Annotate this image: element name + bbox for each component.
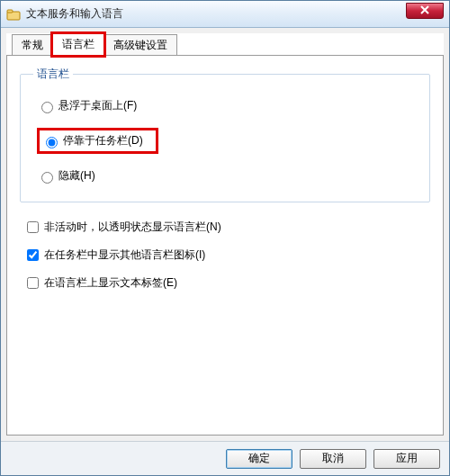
app-icon bbox=[6, 7, 21, 22]
close-icon bbox=[420, 4, 429, 17]
check-show-text-labels-row[interactable]: 在语言栏上显示文本标签(E) bbox=[23, 274, 430, 292]
tabstrip: 常规 语言栏 高级键设置 bbox=[12, 33, 444, 55]
radio-float-row[interactable]: 悬浮于桌面上(F) bbox=[37, 98, 417, 113]
svg-rect-1 bbox=[7, 10, 13, 13]
tabpage-langbar: 语言栏 悬浮于桌面上(F) 停靠于任务栏(D) 隐藏(H) bbox=[6, 55, 444, 436]
tab-general[interactable]: 常规 bbox=[12, 34, 53, 56]
group-langbar: 语言栏 悬浮于桌面上(F) 停靠于任务栏(D) 隐藏(H) bbox=[20, 67, 430, 202]
radio-label: 悬浮于桌面上(F) bbox=[58, 98, 137, 113]
apply-button[interactable]: 应用 bbox=[374, 449, 440, 469]
dialog-window: 文本服务和输入语言 常规 语言栏 高级键设置 语言栏 bbox=[0, 0, 450, 476]
button-bar: 确定 取消 应用 bbox=[1, 441, 449, 475]
radio-dock-row[interactable]: 停靠于任务栏(D) bbox=[37, 128, 158, 154]
check-inactive-transparent[interactable] bbox=[27, 221, 39, 233]
button-label: 应用 bbox=[396, 451, 418, 466]
radio-hidden[interactable] bbox=[41, 172, 53, 184]
radio-label: 停靠于任务栏(D) bbox=[63, 133, 143, 148]
close-button[interactable] bbox=[406, 3, 444, 19]
tab-langbar[interactable]: 语言栏 bbox=[52, 33, 104, 56]
check-label: 在任务栏中显示其他语言栏图标(I) bbox=[44, 247, 205, 263]
button-label: 取消 bbox=[322, 451, 344, 466]
radio-dock[interactable] bbox=[46, 137, 58, 148]
checkbox-section: 非活动时，以透明状态显示语言栏(N) 在任务栏中显示其他语言栏图标(I) 在语言… bbox=[23, 219, 430, 292]
tab-label: 高级键设置 bbox=[113, 39, 167, 51]
window-title: 文本服务和输入语言 bbox=[26, 6, 123, 22]
check-show-text-labels[interactable] bbox=[27, 277, 39, 289]
check-inactive-transparent-row[interactable]: 非活动时，以透明状态显示语言栏(N) bbox=[23, 219, 430, 236]
group-legend: 语言栏 bbox=[33, 67, 73, 82]
radio-float[interactable] bbox=[41, 102, 53, 113]
cancel-button[interactable]: 取消 bbox=[300, 449, 366, 469]
client-area: 常规 语言栏 高级键设置 语言栏 悬浮于桌面上(F) 停靠于任务栏(D) bbox=[6, 33, 444, 436]
check-label: 非活动时，以透明状态显示语言栏(N) bbox=[44, 220, 221, 235]
tab-label: 常规 bbox=[22, 39, 43, 51]
radio-hidden-row[interactable]: 隐藏(H) bbox=[37, 168, 417, 184]
check-label: 在语言栏上显示文本标签(E) bbox=[44, 275, 177, 291]
tab-label: 语言栏 bbox=[62, 38, 94, 50]
ok-button[interactable]: 确定 bbox=[226, 449, 292, 469]
tab-advanced[interactable]: 高级键设置 bbox=[104, 34, 177, 56]
radio-label: 隐藏(H) bbox=[58, 168, 95, 184]
check-show-extra-icons[interactable] bbox=[27, 249, 39, 261]
check-show-extra-icons-row[interactable]: 在任务栏中显示其他语言栏图标(I) bbox=[23, 247, 430, 264]
button-label: 确定 bbox=[248, 451, 270, 466]
titlebar: 文本服务和输入语言 bbox=[1, 1, 449, 28]
